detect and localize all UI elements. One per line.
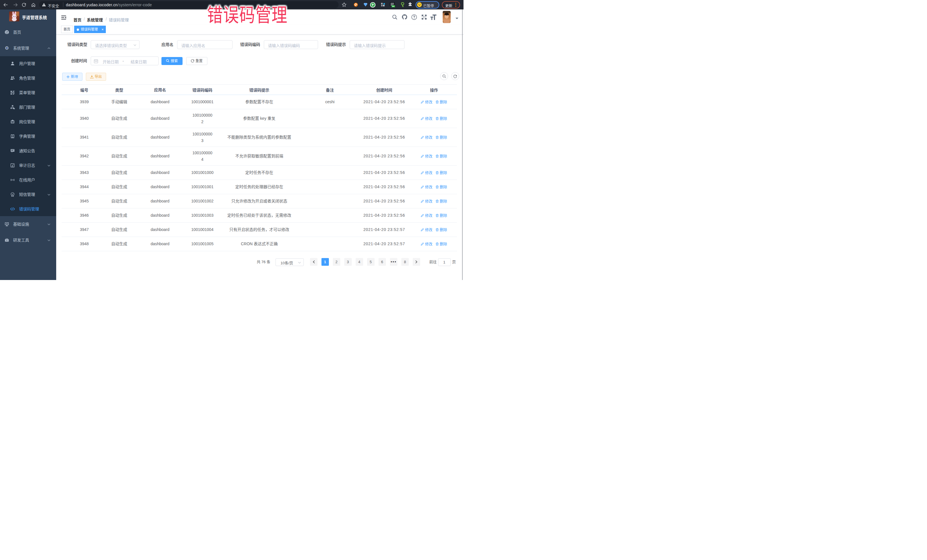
svg-text:on: on xyxy=(392,5,395,7)
